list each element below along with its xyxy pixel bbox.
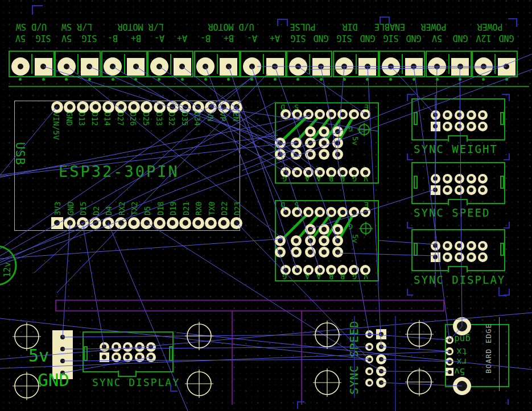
- fiducial-cross-icon: [359, 222, 373, 235]
- airwire[interactable]: [368, 67, 381, 347]
- airwire[interactable]: [391, 67, 435, 115]
- airwire[interactable]: [337, 67, 344, 154]
- fiducial-cross-icon: [357, 123, 371, 136]
- airwire[interactable]: [0, 313, 532, 359]
- airwire[interactable]: [242, 54, 532, 171]
- airwire[interactable]: [237, 107, 286, 212]
- mounting-hole[interactable]: [313, 368, 341, 397]
- airwire[interactable]: [381, 371, 449, 372]
- airwire[interactable]: [310, 189, 435, 229]
- airwire[interactable]: [182, 67, 320, 172]
- selection-corner-mark: [504, 289, 509, 295]
- airwire[interactable]: [0, 107, 57, 175]
- airwire[interactable]: [83, 223, 104, 347]
- airwire[interactable]: [108, 223, 188, 411]
- airwire[interactable]: [337, 253, 435, 256]
- airwire[interactable]: [44, 67, 280, 142]
- selection-corner-mark: [278, 19, 287, 26]
- airwire[interactable]: [381, 347, 449, 351]
- pcb-canvas: 5VSIG5VSIGB-B+A-A+B-B+A-A+SIGGNDSIGGNDSI…: [0, 0, 532, 411]
- airwire[interactable]: [379, 240, 435, 244]
- selection-corner-mark: [32, 6, 43, 15]
- airwire[interactable]: [449, 326, 462, 340]
- selection-corner-mark: [407, 94, 415, 101]
- airwires-overlay: [0, 0, 532, 411]
- airwire[interactable]: [460, 67, 462, 326]
- airwire[interactable]: [0, 351, 449, 368]
- mounting-hole[interactable]: [13, 322, 41, 351]
- mounting-hole[interactable]: [185, 322, 213, 350]
- airwire[interactable]: [89, 67, 296, 154]
- selection-corner-mark: [407, 222, 413, 228]
- airwire[interactable]: [224, 107, 280, 143]
- airwire[interactable]: [369, 334, 449, 340]
- power-jack-outline[interactable]: [0, 246, 16, 285]
- airwire[interactable]: [0, 142, 298, 260]
- airwire[interactable]: [0, 142, 296, 176]
- selection-corner-mark: [504, 222, 509, 228]
- airwire[interactable]: [0, 115, 309, 263]
- airwire[interactable]: [321, 67, 369, 334]
- mounting-hole[interactable]: [405, 368, 434, 396]
- airwire[interactable]: [57, 74, 267, 293]
- mounting-hole[interactable]: [405, 320, 434, 348]
- selection-corner-mark: [380, 17, 389, 24]
- selection-corner-mark: [298, 402, 304, 409]
- airwire[interactable]: [229, 67, 297, 270]
- airwire[interactable]: [211, 107, 379, 131]
- mounting-hole[interactable]: [313, 321, 341, 349]
- selection-corner-mark: [407, 153, 413, 160]
- selection-corner-mark: [171, 384, 178, 391]
- selection-corner-mark: [504, 153, 509, 160]
- mounting-hole[interactable]: [185, 370, 213, 398]
- selection-corner-mark: [499, 287, 506, 296]
- airwire[interactable]: [0, 239, 283, 259]
- airwire[interactable]: [298, 67, 365, 114]
- airwire[interactable]: [381, 383, 462, 386]
- airwire[interactable]: [0, 75, 256, 249]
- airwire[interactable]: [0, 318, 369, 359]
- airwire[interactable]: [275, 67, 337, 242]
- purple-region-outline: [56, 300, 444, 311]
- airwire[interactable]: [136, 67, 297, 172]
- airwire[interactable]: [147, 223, 381, 371]
- airwire[interactable]: [237, 223, 369, 359]
- selection-corner-mark: [407, 289, 413, 295]
- airwire[interactable]: [63, 357, 151, 373]
- mounting-hole[interactable]: [13, 372, 41, 400]
- selection-corner-mark: [508, 19, 517, 27]
- airwire[interactable]: [307, 68, 495, 69]
- selection-corner-mark: [502, 94, 509, 101]
- airwire[interactable]: [414, 67, 449, 340]
